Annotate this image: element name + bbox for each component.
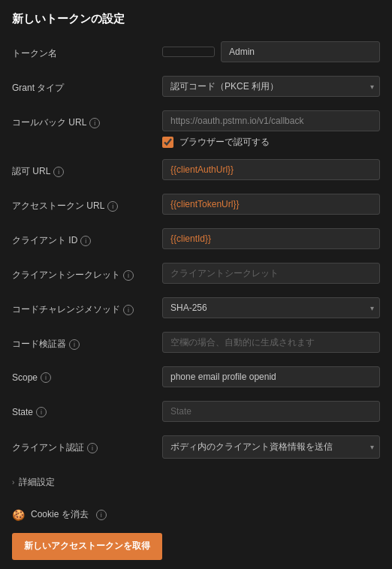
scope-input[interactable] — [162, 366, 380, 387]
code-challenge-field: SHA-256 Plain ▾ — [162, 297, 380, 318]
state-info-icon[interactable]: i — [36, 407, 47, 417]
access-token-url-input[interactable] — [162, 194, 380, 215]
state-label: State i — [12, 401, 162, 417]
get-token-button[interactable]: 新しいアクセストークンを取得 — [12, 533, 162, 560]
code-challenge-label: コードチャレンジメソッド i — [12, 297, 162, 316]
auth-url-input[interactable] — [162, 159, 380, 180]
code-verifier-label: コード検証器 i — [12, 332, 162, 351]
grant-type-select[interactable]: 認可コード（PKCE 利用） 認可コード 暗黙的 パスワード クライアント資格情… — [162, 76, 380, 97]
browser-auth-checkbox[interactable] — [162, 137, 173, 148]
auth-url-info-icon[interactable]: i — [53, 167, 64, 177]
advanced-chevron-icon: › — [12, 478, 14, 486]
state-input[interactable] — [162, 401, 380, 422]
client-id-label: クライアント ID i — [12, 228, 162, 247]
code-challenge-select[interactable]: SHA-256 Plain — [162, 297, 380, 318]
client-auth-field: ボディ内のクライアント資格情報を送信 基本認証ヘッダーとして送信 ▾ — [162, 435, 380, 459]
client-secret-label: クライアントシークレット i — [12, 263, 162, 281]
client-secret-field — [162, 263, 380, 284]
access-token-url-info-icon[interactable]: i — [107, 201, 118, 212]
cookie-label: Cookie を消去 — [31, 508, 89, 521]
token-name-label: トークン名 — [12, 41, 162, 60]
client-id-field — [162, 228, 380, 249]
scope-info-icon[interactable]: i — [41, 372, 51, 383]
access-token-url-label: アクセストークン URL i — [12, 194, 162, 212]
page-title: 新しいトークンの設定 — [12, 12, 380, 26]
cookie-icon: 🍪 — [12, 509, 25, 521]
client-auth-label: クライアント認証 i — [12, 435, 162, 454]
code-verifier-input[interactable] — [162, 332, 380, 353]
client-auth-info-icon[interactable]: i — [87, 443, 98, 453]
scope-label: Scope i — [12, 366, 162, 383]
scope-field — [162, 366, 380, 387]
token-name-prefix — [162, 47, 215, 57]
code-verifier-field — [162, 332, 380, 353]
advanced-settings-toggle[interactable]: › 詳細設定 — [12, 470, 380, 495]
browser-auth-label: ブラウザーで認可する — [179, 136, 270, 149]
callback-url-input[interactable] — [162, 110, 380, 131]
client-secret-input[interactable] — [162, 263, 380, 284]
callback-url-label: コールバック URL i — [12, 110, 162, 129]
client-secret-info-icon[interactable]: i — [123, 270, 134, 281]
auth-url-field — [162, 159, 380, 180]
token-name-input[interactable] — [221, 41, 380, 62]
client-id-input[interactable] — [162, 228, 380, 249]
client-id-info-icon[interactable]: i — [80, 236, 91, 246]
callback-url-field: ブラウザーで認可する — [162, 110, 380, 149]
code-challenge-info-icon[interactable]: i — [123, 305, 134, 315]
auth-url-label: 認可 URL i — [12, 159, 162, 178]
token-name-field — [162, 41, 380, 62]
access-token-url-field — [162, 194, 380, 215]
callback-url-info-icon[interactable]: i — [89, 118, 100, 128]
grant-type-field: 認可コード（PKCE 利用） 認可コード 暗黙的 パスワード クライアント資格情… — [162, 76, 380, 97]
state-field — [162, 401, 380, 422]
code-verifier-info-icon[interactable]: i — [69, 339, 80, 350]
grant-type-label: Grant タイプ — [12, 76, 162, 95]
client-auth-select[interactable]: ボディ内のクライアント資格情報を送信 基本認証ヘッダーとして送信 — [162, 435, 380, 459]
cookie-info-icon[interactable]: i — [96, 510, 107, 520]
